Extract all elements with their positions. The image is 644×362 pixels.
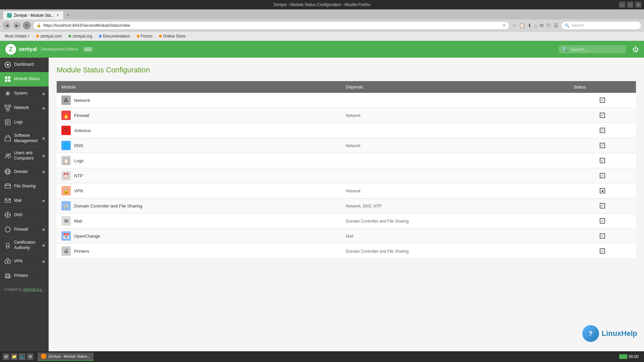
- module-depends-cell: Domain Controller and File Sharing: [341, 244, 569, 259]
- module-status-checkbox[interactable]: [600, 188, 605, 193]
- module-status-cell: [569, 214, 636, 229]
- taskbar-firefox-app[interactable]: Zentyal - Module Status...: [38, 353, 94, 361]
- module-status-checkbox[interactable]: [600, 233, 605, 239]
- sidebar-item-domain[interactable]: Domain ◀: [0, 165, 49, 179]
- sidebar-item-software-management[interactable]: Software Management ◀: [0, 130, 49, 147]
- sidebar-item-users-and-computers[interactable]: Users and Computers ◀: [0, 147, 49, 165]
- taskbar-app-icon-3[interactable]: 📺: [19, 353, 25, 360]
- depends-text: Domain Controller and File Sharing: [346, 249, 409, 254]
- antivirus-module-icon: 🛡: [61, 126, 71, 135]
- bookmark-most-visited[interactable]: Most Visited ▾: [3, 33, 32, 39]
- bookmark-forum[interactable]: Forum: [135, 33, 155, 39]
- url-bar[interactable]: 🔒 https://localhost:8443/ServiceModule/S…: [33, 21, 509, 30]
- table-row: 🖨 Printers Domain Controller and File Sh…: [57, 244, 636, 259]
- module-status-cell: [569, 198, 636, 214]
- browser-action-icons: ☆ 📋 ⬇ ⌂ ✉ 🛡 ☰: [512, 22, 559, 29]
- bookmark-online-store[interactable]: Online Store: [157, 33, 187, 39]
- module-status-checkbox[interactable]: [600, 218, 605, 224]
- back-button[interactable]: ◀: [3, 21, 11, 29]
- browser-search-bar[interactable]: 🔍 Search: [561, 21, 641, 30]
- bookmark-online-store-label: Online Store: [163, 34, 185, 39]
- sidebar-item-certification-authority[interactable]: Certification Authority ◀: [0, 237, 49, 254]
- sidebar-item-vpn-label: VPN: [14, 259, 39, 264]
- taskbar-app-icon-4[interactable]: ⚙: [27, 353, 34, 360]
- module-depends-cell: Network: [341, 183, 569, 198]
- header-search-input[interactable]: [571, 47, 623, 52]
- sidebar-item-file-sharing[interactable]: File Sharing: [0, 179, 49, 193]
- taskbar-system-apps: ⊞ 📁 📺 ⚙: [3, 353, 34, 360]
- header-search-bar[interactable]: 🔍: [559, 45, 626, 53]
- dns-module-icon: 🌐: [61, 141, 71, 150]
- firewall-icon: [4, 226, 11, 233]
- table-header-status: Status: [569, 81, 636, 93]
- chevron-right-icon: ◀: [42, 106, 45, 110]
- system-icon: [4, 90, 11, 97]
- taskbar-app-icon-2[interactable]: 📁: [11, 353, 17, 360]
- sidebar-item-module-status[interactable]: Module Status: [0, 72, 49, 86]
- sidebar-item-vpn[interactable]: VPN ◀: [0, 254, 49, 269]
- table-row: 📅 OpenChange Mail: [57, 229, 636, 244]
- sidebar-item-software-management-label: Software Management: [14, 133, 39, 143]
- sidebar-item-dns-label: DNS: [14, 213, 45, 218]
- table-row: ✉ Mail Domain Controller and File Sharin…: [57, 214, 636, 229]
- window-controls: — □ ✕: [619, 2, 641, 8]
- sidebar-item-dns[interactable]: DNS: [0, 208, 49, 222]
- email-icon[interactable]: ✉: [539, 22, 544, 29]
- bookmark-zentyal-org[interactable]: zentyal.org: [66, 33, 94, 39]
- sidebar-item-dashboard[interactable]: Dashboard: [0, 58, 49, 72]
- sidebar-item-cert-authority-label: Certification Authority: [14, 240, 39, 250]
- module-status-checkbox[interactable]: [600, 128, 605, 133]
- svg-rect-3: [8, 76, 10, 79]
- module-icon-symbol: ⏰: [63, 173, 69, 179]
- sidebar-item-mail[interactable]: Mail ◀: [0, 193, 49, 208]
- sidebar-item-module-status-label: Module Status: [14, 76, 45, 82]
- module-depends-cell: Domain Controller and File Sharing: [341, 214, 569, 229]
- taskbar-app-icon-1[interactable]: ⊞: [3, 353, 9, 360]
- table-row: ⏰ NTP: [57, 168, 636, 183]
- logout-icon[interactable]: ⏻: [633, 46, 639, 53]
- svg-rect-2: [5, 76, 7, 79]
- module-icon-symbol: 🛡: [63, 127, 69, 133]
- forward-button[interactable]: ▶: [13, 21, 21, 29]
- window-title: Zentyal - Module Status Configuration - …: [273, 2, 370, 7]
- shield-icon[interactable]: 🛡: [546, 22, 552, 29]
- module-name-label: Firewall: [74, 113, 89, 118]
- sidebar-item-logs[interactable]: Logs: [0, 115, 49, 130]
- depends-text: Network: [346, 189, 361, 193]
- depends-text: Network: [346, 143, 361, 148]
- home-icon[interactable]: ⌂: [534, 22, 538, 29]
- window-titlebar: Zentyal - Module Status Configuration - …: [0, 0, 644, 9]
- tab-zentyal[interactable]: Zentyal - Module Sta... ✕: [3, 11, 64, 19]
- download-icon[interactable]: ⬇: [527, 22, 532, 29]
- sidebar-footer-link[interactable]: Zentyal S.L.: [23, 287, 43, 291]
- module-status-checkbox[interactable]: [600, 158, 605, 163]
- sidebar-item-system[interactable]: System ◀: [0, 86, 49, 101]
- maximize-button[interactable]: □: [627, 2, 633, 8]
- minimize-button[interactable]: —: [619, 2, 625, 8]
- sidebar-item-network[interactable]: Network ◀: [0, 101, 49, 115]
- module-status-checkbox[interactable]: [600, 143, 605, 148]
- close-button[interactable]: ✕: [635, 2, 641, 8]
- tab-close-button[interactable]: ✕: [56, 13, 59, 17]
- history-icon[interactable]: 📋: [519, 22, 526, 29]
- tab-label: Zentyal - Module Sta...: [14, 13, 54, 18]
- ntp-module-icon: ⏰: [61, 171, 71, 180]
- bookmark-documentation[interactable]: Documentation: [97, 33, 132, 39]
- bookmark-zentyal-com[interactable]: zentyal.com: [34, 33, 64, 39]
- bookmark-star-icon[interactable]: ☆: [512, 22, 517, 29]
- refresh-button[interactable]: ↻: [23, 21, 31, 29]
- module-status-checkbox[interactable]: [600, 173, 605, 178]
- logo-edition-text: Development Edition: [41, 47, 78, 52]
- module-status-checkbox[interactable]: [600, 203, 605, 208]
- new-tab-button[interactable]: +: [64, 11, 72, 19]
- module-status-checkbox[interactable]: [600, 98, 605, 103]
- menu-icon[interactable]: ☰: [553, 22, 559, 29]
- module-depends-cell: [341, 93, 569, 108]
- chevron-right-icon: ◀: [42, 259, 45, 263]
- module-status-checkbox[interactable]: [600, 113, 605, 118]
- sidebar-item-printers[interactable]: Printers: [0, 269, 49, 283]
- module-status-checkbox[interactable]: [600, 248, 605, 254]
- module-name-label: Mail: [74, 219, 82, 224]
- sidebar-item-firewall[interactable]: Firewall ◀: [0, 222, 49, 237]
- module-icon-symbol: 🔒: [63, 188, 69, 194]
